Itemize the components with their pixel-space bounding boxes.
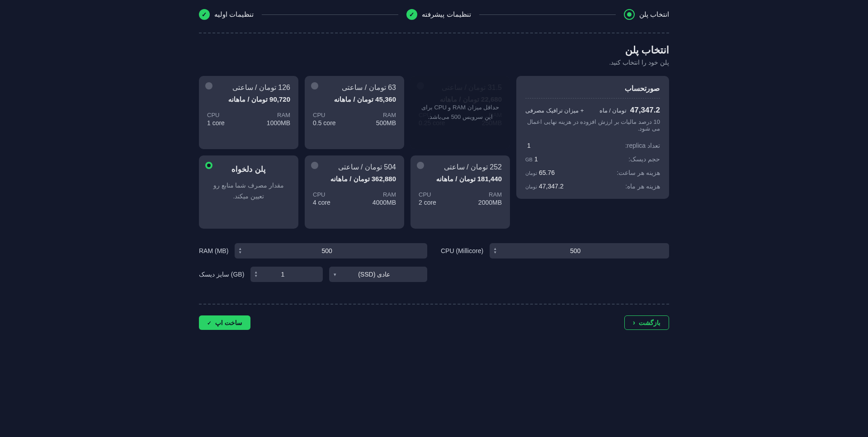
footer-actions: ساخت اپ بازگشت — [199, 315, 669, 330]
check-icon — [207, 319, 212, 326]
spec-label-ram: RAM — [267, 112, 290, 118]
invoice-row-value: 47,347.2 — [539, 183, 564, 190]
section-subtitle: پلن خود را انتخاب کنید. — [199, 59, 669, 66]
ram-input[interactable]: 500 ▲▼ — [235, 243, 427, 258]
ram-input-label: RAM (MB) — [199, 247, 228, 254]
plan-radio[interactable] — [417, 162, 424, 169]
divider — [199, 33, 669, 33]
chevron-right-icon — [633, 319, 635, 327]
plan-card-5[interactable]: 504 تومان / ساعتی 362,880 تومان / ماهانه… — [305, 155, 404, 229]
invoice-row-hourly: هزینه هر ساعت: 65.76تومان — [525, 169, 660, 176]
plan-hourly-price: 126 تومان / ساعتی — [207, 83, 290, 92]
plan-monthly-price: 362,880 تومان / ماهانه — [313, 175, 396, 183]
spec-label-ram: RAM — [373, 191, 396, 198]
ram-input-value: 500 — [321, 247, 332, 254]
invoice-main-unit: تومان / ماه — [599, 107, 627, 114]
plan-monthly-price: 181,440 تومان / ماهانه — [419, 175, 502, 183]
plans-grid: 31.5 تومان / ساعتی 22,680 تومان / ماهانه… — [199, 76, 510, 229]
plan-hourly-price: 252 تومان / ساعتی — [419, 163, 502, 171]
plan-card-3[interactable]: 126 تومان / ساعتی 90,720 تومان / ماهانه … — [199, 76, 298, 149]
invoice-row-monthly: هزینه هر ماه: 47,347.2تومان — [525, 183, 660, 190]
stepper-buttons-icon[interactable]: ▲▼ — [238, 247, 242, 254]
invoice-row-key: هزینه هر ماه: — [625, 183, 660, 190]
plan-monthly-price: 45,360 تومان / ماهانه — [313, 95, 396, 103]
disk-type-select[interactable]: عادی (SSD) ▾ — [329, 267, 427, 282]
invoice-divider — [525, 98, 660, 99]
spec-value-cpu: 1 core — [207, 119, 225, 127]
section-title: انتخاب پلن — [199, 44, 669, 56]
step-label: انتخاب پلن — [639, 10, 669, 19]
check-icon: ✓ — [199, 9, 210, 20]
spec-value-cpu: 0.5 core — [313, 119, 336, 127]
step-select-plan: انتخاب پلن — [624, 9, 669, 20]
plan-disabled-overlay: حداقل میزان RAM و CPU برای این سرویس 500… — [410, 76, 510, 149]
spec-value-ram: 1000MB — [267, 119, 290, 127]
back-button[interactable]: بازگشت — [624, 315, 669, 330]
plan-card-custom[interactable]: پلن دلخواه مقدار مصرف شما منابع رو تعیین… — [199, 155, 298, 229]
invoice-row-disk: حجم دیسک: 1GB — [525, 155, 660, 163]
invoice-card: صورتحساب 47,347.2 تومان / ماه + میزان تر… — [516, 76, 669, 199]
disk-size-input[interactable]: 1 ▲▼ — [250, 267, 323, 282]
disk-size-value: 1 — [281, 271, 284, 278]
invoice-row-unit: GB — [525, 157, 533, 162]
invoice-row-value: 1 — [534, 155, 538, 163]
resource-inputs: RAM (MB) 500 ▲▼ CPU (Millicore) 500 ▲▼ س… — [199, 243, 669, 282]
chevron-down-icon: ▾ — [334, 272, 336, 277]
spec-label-cpu: CPU — [207, 112, 225, 118]
invoice-heading: صورتحساب — [525, 84, 660, 93]
spec-label-cpu: CPU — [419, 191, 436, 198]
cpu-input-label: CPU (Millicore) — [441, 247, 483, 254]
step-label: تنظیمات پیشرفته — [422, 10, 471, 19]
invoice-main: 47,347.2 تومان / ماه + میزان ترافیک مصرف… — [525, 106, 660, 115]
invoice-main-value: 47,347.2 — [630, 106, 660, 114]
spec-value-ram: 2000MB — [478, 199, 502, 206]
plan-radio[interactable] — [205, 82, 212, 89]
spec-value-ram: 500MB — [376, 119, 396, 127]
step-initial-settings: ✓ تنظیمات اولیه — [199, 9, 254, 20]
disk-type-value: عادی (SSD) — [358, 271, 390, 278]
plan-custom-note: مقدار مصرف شما منابع رو تعیین میکند. — [207, 180, 290, 202]
disk-input-label: سایز دیسک (GB) — [199, 271, 244, 278]
invoice-row-value: 65.76 — [539, 169, 555, 176]
invoice-row-unit: تومان — [525, 170, 537, 176]
footer-divider — [199, 304, 669, 305]
step-connector — [262, 14, 398, 15]
create-app-button[interactable]: ساخت اپ — [199, 315, 250, 330]
step-label: تنظیمات اولیه — [214, 10, 254, 19]
create-app-label: ساخت اپ — [215, 319, 242, 326]
check-icon: ✓ — [406, 9, 417, 20]
invoice-tax-note: 10 درصد مالیات بر ارزش افزوده در هزینه ن… — [525, 118, 660, 132]
invoice-row-unit: تومان — [525, 184, 537, 190]
plan-radio[interactable] — [311, 82, 318, 89]
invoice-plus-traffic: + میزان ترافیک مصرفی — [525, 107, 584, 114]
plan-radio[interactable] — [311, 162, 318, 169]
plan-radio[interactable] — [205, 162, 212, 169]
spec-label-cpu: CPU — [313, 191, 330, 198]
current-step-icon — [624, 9, 635, 20]
plan-card-4[interactable]: 252 تومان / ساعتی 181,440 تومان / ماهانه… — [410, 155, 510, 229]
plan-card-2[interactable]: 63 تومان / ساعتی 45,360 تومان / ماهانه C… — [305, 76, 404, 149]
wizard-stepper: ✓ تنظیمات اولیه ✓ تنظیمات پیشرفته انتخاب… — [199, 9, 669, 20]
invoice-row-value: 1 — [527, 142, 531, 149]
spec-value-ram: 4000MB — [373, 199, 396, 206]
plan-custom-title: پلن دلخواه — [207, 164, 290, 174]
invoice-row-key: هزینه هر ساعت: — [617, 169, 660, 176]
back-label: بازگشت — [639, 319, 660, 326]
cpu-input-value: 500 — [570, 247, 580, 254]
stepper-buttons-icon[interactable]: ▲▼ — [254, 271, 258, 278]
spec-label-cpu: CPU — [313, 112, 336, 118]
step-advanced-settings: ✓ تنظیمات پیشرفته — [406, 9, 471, 20]
spec-label-ram: RAM — [478, 191, 502, 198]
plan-card-1: 31.5 تومان / ساعتی 22,680 تومان / ماهانه… — [410, 76, 510, 149]
plan-hourly-price: 504 تومان / ساعتی — [313, 163, 396, 171]
plan-hourly-price: 63 تومان / ساعتی — [313, 83, 396, 92]
invoice-row-key: تعداد replica: — [625, 142, 660, 149]
spec-value-cpu: 2 core — [419, 199, 436, 206]
step-connector — [479, 14, 616, 15]
stepper-buttons-icon[interactable]: ▲▼ — [493, 247, 497, 254]
invoice-row-key: حجم دیسک: — [628, 155, 660, 163]
spec-value-cpu: 4 core — [313, 199, 330, 206]
plan-monthly-price: 90,720 تومان / ماهانه — [207, 95, 290, 103]
invoice-row-replica: تعداد replica: 1 — [525, 142, 660, 149]
cpu-input[interactable]: 500 ▲▼ — [490, 243, 669, 258]
